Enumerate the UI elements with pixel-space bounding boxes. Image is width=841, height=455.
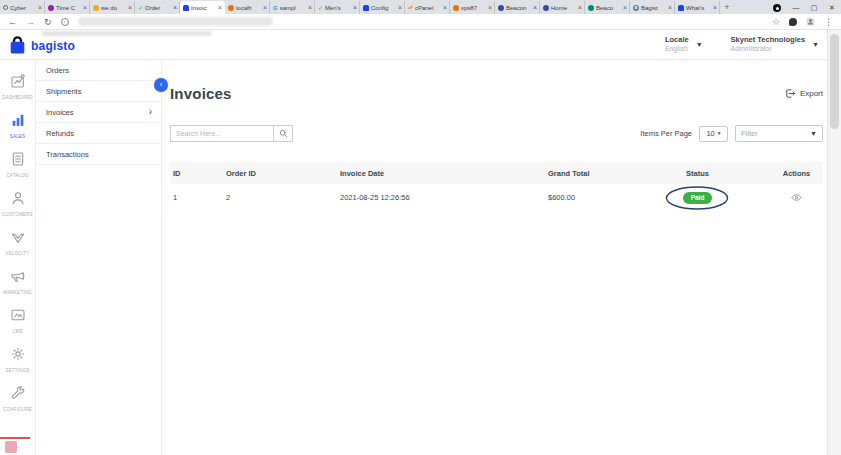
tab-close-icon[interactable]: × [623,5,627,11]
sidebar-item-marketing[interactable]: MARKETING [0,268,36,295]
bagisto-logo[interactable]: bagisto [9,36,75,55]
submenu-item-invoices[interactable]: Invoices› [36,102,161,123]
maximize-button[interactable]: ▢ [805,2,823,14]
search-input[interactable] [170,125,274,142]
column-header: Status [625,169,770,178]
submenu-label: Invoices [46,108,74,117]
scrollbar-thumb[interactable] [830,34,839,129]
sidebar-item-cms[interactable]: CMS [0,307,36,334]
module-label: VELOCITY [6,251,30,256]
tab-close-icon[interactable]: × [218,5,222,11]
browser-tab[interactable]: we do× [90,1,135,14]
bag-favicon-icon [363,5,369,11]
address-bar-blurred[interactable] [78,17,273,26]
browser-tab[interactable]: Beacon× [495,1,540,14]
bookmark-star-icon[interactable]: ☆ [772,17,780,27]
items-per-page-value: 10 [706,129,714,138]
tab-close-icon[interactable]: × [443,5,447,11]
new-tab-button[interactable]: + [720,1,734,14]
tab-title: localh [236,5,261,11]
browser-tab[interactable]: Gsampl× [270,1,315,14]
cp-favicon-icon: cP [408,5,413,11]
tab-close-icon[interactable]: × [83,5,87,11]
invoices-table: IDOrder IDInvoice DateGrand TotalStatusA… [170,162,823,211]
record-extension-icon[interactable] [773,4,781,12]
sidebar-item-dashboard[interactable]: DASHBOARD [0,73,36,100]
browser-tab[interactable]: Invoic× [180,1,225,14]
tab-close-icon[interactable]: × [308,5,312,11]
tab-close-icon[interactable]: × [263,5,267,11]
search-icon [279,129,288,138]
submenu-item-orders[interactable]: Orders [36,60,161,81]
table-row: 122021-08-25 12:26:56$600.00Paid [170,184,823,211]
sidebar-item-customers[interactable]: CUSTOMERS [0,190,36,217]
tab-close-icon[interactable]: × [398,5,402,11]
sidebar-item-settings[interactable]: SETTINGS [0,346,36,373]
extension-icon[interactable] [789,18,797,26]
browser-menu-icon[interactable]: ⋮ [824,17,833,27]
eye-icon [791,192,802,203]
browser-tab[interactable]: Config× [360,1,405,14]
forward-icon[interactable]: → [26,17,35,27]
browser-tab[interactable]: cPcPanel× [405,1,450,14]
search-button[interactable] [274,125,293,142]
module-label: CMS [12,329,23,334]
browser-tab[interactable]: BBagist× [630,1,675,14]
invoice-id-cell: 1 [170,193,223,202]
debugbar-icon[interactable] [0,437,36,455]
tab-title: Beacon [506,5,531,11]
site-info-icon[interactable]: i [61,18,69,26]
table-header-row: IDOrder IDInvoice DateGrand TotalStatusA… [170,162,823,184]
tab-close-icon[interactable]: × [578,5,582,11]
filter-select[interactable]: Filter ▼ [735,125,823,142]
actions-cell [770,192,823,203]
tab-title: cPanel [415,5,441,11]
invoice-date-cell: 2021-08-25 12:26:56 [337,193,545,202]
browser-tab[interactable]: vps87× [450,1,495,14]
tab-close-icon[interactable]: × [128,5,132,11]
user-dropdown[interactable]: Skynet Technologies Administrator ▼ [731,35,819,53]
tab-title: Config [371,5,396,11]
sidebar-item-sales[interactable]: SALES [0,112,36,139]
items-per-page-select[interactable]: 10 ▾ [699,126,728,142]
sidebar-collapse-button[interactable]: ‹ [154,78,168,92]
export-icon [785,88,796,99]
tab-close-icon[interactable]: × [713,5,717,11]
close-button[interactable]: ✕ [823,2,841,14]
minimize-button[interactable]: — [787,2,805,14]
g-favicon-icon: G [273,5,278,11]
sidebar-item-catalog[interactable]: CATALOG [0,151,36,178]
back-icon[interactable]: ← [8,17,17,27]
tab-close-icon[interactable]: × [668,5,672,11]
sidebar-item-velocity[interactable]: VELOCITY [0,229,36,256]
export-button[interactable]: Export [785,88,823,99]
locale-dropdown[interactable]: Locale English ▼ [665,35,703,53]
dashboard-icon [10,73,26,93]
submenu-item-transactions[interactable]: Transactions [36,144,161,165]
check-favicon-icon: ✓ [318,5,323,11]
tab-close-icon[interactable]: × [488,5,492,11]
profile-avatar-icon[interactable] [806,17,815,26]
reload-icon[interactable]: ↻ [44,17,52,27]
browser-tab[interactable]: Time C× [45,1,90,14]
browser-tab[interactable]: What's× [675,1,720,14]
main-content: Invoices Export Items Per Page [162,60,827,455]
page-scrollbar[interactable] [827,30,841,455]
browser-tab[interactable]: ✓Men's× [315,1,360,14]
browser-tab[interactable]: localh× [225,1,270,14]
tab-close-icon[interactable]: × [533,5,537,11]
page-title: Invoices [170,85,232,102]
view-invoice-button[interactable] [791,192,802,203]
debugbar-flame-icon [5,441,17,453]
sidebar-item-configure[interactable]: CONFIGURE [0,385,36,412]
browser-tab[interactable]: Beaco× [585,1,630,14]
browser-tab[interactable]: ✓Order× [135,1,180,14]
tab-close-icon[interactable]: × [38,5,42,11]
browser-tab[interactable]: Cyber× [0,1,45,14]
browser-tab[interactable]: Home× [540,1,585,14]
submenu-item-shipments[interactable]: Shipments [36,81,161,102]
tab-close-icon[interactable]: × [353,5,357,11]
tab-close-icon[interactable]: × [173,5,177,11]
submenu-item-refunds[interactable]: Refunds [36,123,161,144]
logo-text: bagisto [31,39,75,53]
